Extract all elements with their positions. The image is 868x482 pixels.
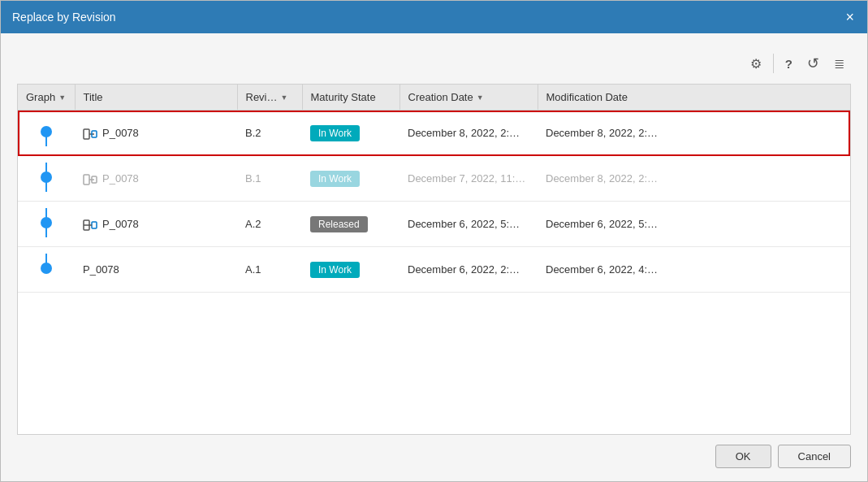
col-header-modification[interactable]: Modification Date [538, 85, 850, 111]
revision-cell: A.1 [237, 247, 302, 293]
svg-point-13 [41, 217, 52, 228]
svg-point-1 [41, 126, 52, 137]
maturity-cell: In Work [302, 156, 399, 202]
table-row[interactable]: P_0078A.1In WorkDecember 6, 2022, 2:…Dec… [18, 247, 850, 293]
maturity-cell: In Work [302, 247, 399, 293]
svg-rect-2 [84, 129, 89, 139]
part-icon [83, 126, 97, 139]
title-text: P_0078 [102, 127, 139, 139]
toolbar-divider [773, 54, 774, 73]
modification-date-cell: December 6, 2022, 5:… [538, 202, 850, 247]
gear-icon: ⚙ [750, 56, 762, 72]
title-bar: Replace by Revision × [1, 1, 867, 33]
graph-cell [18, 111, 75, 156]
table-header-row: Graph ▼ Title Revi… ▼ [18, 85, 850, 111]
maturity-badge: In Work [310, 262, 360, 278]
svg-point-7 [41, 172, 52, 183]
graph-cell [18, 156, 75, 202]
toolbar: ⚙ ? ↻ ≣ [17, 50, 851, 77]
title-cell: P_0078 [75, 202, 237, 247]
modification-date-cell: December 6, 2022, 4:… [538, 247, 850, 293]
table-container: Graph ▼ Title Revi… ▼ [17, 84, 851, 435]
help-icon: ? [785, 57, 792, 71]
revision-cell: B.1 [237, 156, 302, 202]
col-header-title[interactable]: Title [75, 85, 237, 111]
title-text: P_0078 [102, 172, 139, 185]
title-cell: P_0078 [75, 247, 237, 293]
maturity-badge: Released [310, 216, 368, 232]
creation-date-cell: December 6, 2022, 2:… [399, 247, 538, 293]
col-header-maturity[interactable]: Maturity State [302, 85, 399, 111]
sort-icon-creation: ▼ [477, 93, 484, 102]
creation-date-cell: December 6, 2022, 5:… [399, 202, 538, 247]
creation-date-cell: December 7, 2022, 11:… [399, 156, 538, 202]
dialog-body: ⚙ ? ↻ ≣ Graph ▼ [1, 33, 867, 481]
refresh-button[interactable]: ↻ [801, 50, 826, 77]
table-row[interactable]: P_0078B.1In WorkDecember 7, 2022, 11:…De… [18, 156, 850, 202]
ok-button[interactable]: OK [715, 445, 771, 468]
modification-date-cell: December 8, 2022, 2:… [538, 111, 850, 156]
maturity-badge: In Work [310, 125, 360, 141]
columns-button[interactable]: ≣ [827, 51, 851, 76]
title-cell: P_0078 [75, 156, 237, 202]
title-text: P_0078 [83, 263, 119, 276]
sort-icon-graph: ▼ [58, 93, 66, 102]
maturity-cell: Released [302, 202, 399, 247]
part-icon [83, 172, 97, 185]
svg-rect-8 [84, 175, 89, 185]
close-button[interactable]: × [844, 10, 856, 24]
svg-rect-16 [92, 222, 97, 228]
title-text: P_0078 [102, 218, 139, 230]
table-row[interactable]: P_0078A.2ReleasedDecember 6, 2022, 5:…De… [18, 202, 850, 247]
dialog-title: Replace by Revision [12, 11, 116, 24]
cancel-button[interactable]: Cancel [778, 445, 851, 468]
svg-point-19 [41, 263, 52, 274]
refresh-icon: ↻ [807, 54, 819, 72]
table-body: P_0078B.2In WorkDecember 8, 2022, 2:…Dec… [18, 111, 850, 293]
replace-by-revision-dialog: Replace by Revision × ⚙ ? ↻ ≣ [0, 0, 868, 482]
sort-icon-revision: ▼ [281, 93, 288, 102]
revision-cell: B.2 [237, 111, 302, 156]
settings-button[interactable]: ⚙ [744, 51, 768, 76]
col-header-creation[interactable]: Creation Date ▼ [399, 85, 538, 111]
footer: OK Cancel [17, 435, 851, 473]
graph-cell [18, 202, 75, 247]
table-row[interactable]: P_0078B.2In WorkDecember 8, 2022, 2:…Dec… [18, 111, 850, 156]
modification-date-cell: December 8, 2022, 2:… [538, 156, 850, 202]
graph-cell [18, 247, 75, 293]
title-cell: P_0078 [75, 111, 237, 156]
col-header-graph[interactable]: Graph ▼ [18, 85, 75, 111]
columns-icon: ≣ [834, 56, 844, 72]
maturity-cell: In Work [302, 111, 399, 156]
creation-date-cell: December 8, 2022, 2:… [399, 111, 538, 156]
revision-cell: A.2 [237, 202, 302, 247]
maturity-badge: In Work [310, 171, 360, 187]
part-icon [83, 217, 97, 230]
col-header-revision[interactable]: Revi… ▼ [237, 85, 302, 111]
revisions-table: Graph ▼ Title Revi… ▼ [18, 85, 850, 293]
help-button[interactable]: ? [779, 52, 799, 76]
